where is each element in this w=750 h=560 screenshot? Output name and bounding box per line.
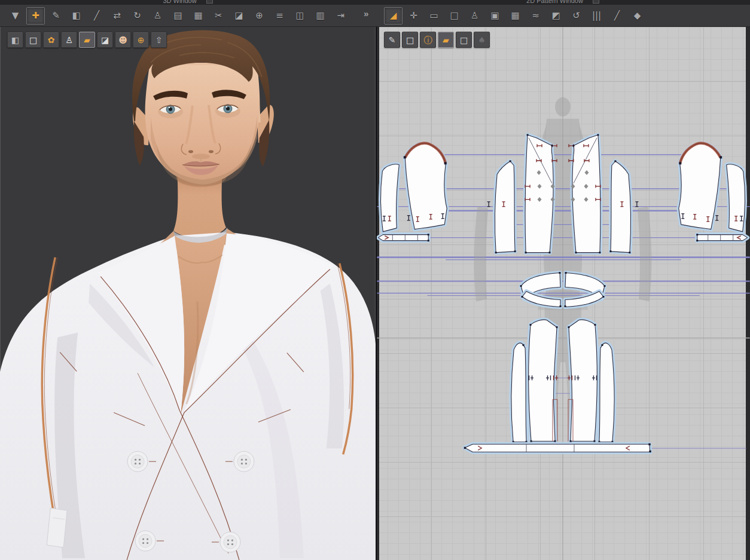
vp2d-show-stitches[interactable]: ✎ <box>384 32 400 48</box>
tool2d-edit-pattern[interactable]: ✛ <box>404 7 423 25</box>
tool2d-create-polygon[interactable]: ▭ <box>425 7 443 25</box>
right-window-title: 2D Pattern Window <box>526 0 583 4</box>
belt-strap <box>47 508 67 547</box>
tool3d-sew-machine[interactable]: ◪ <box>230 7 248 25</box>
tool3d-zipper[interactable]: ≡ <box>270 7 289 25</box>
viewport-2d[interactable]: ✎□ⓘ▰□♠ <box>377 27 750 560</box>
tool3d-rearrange[interactable]: ↻ <box>128 7 147 25</box>
tool3d-select-pen[interactable]: ✎ <box>47 7 65 25</box>
left-window-title: 3D Window <box>163 0 196 4</box>
vp3d-show-fabric[interactable]: ▰ <box>79 32 95 48</box>
viewport-3d-display-toolbar: ◧□✿♙▰◪☻⊕⇧ <box>7 32 167 48</box>
tool2d-grading-grid[interactable]: ▦ <box>506 7 525 25</box>
tool2d-sew-free[interactable]: ↺ <box>567 7 586 25</box>
tool2d-finished-garment[interactable]: ◆ <box>628 7 647 25</box>
tool3d-pleat-pin[interactable]: ⇥ <box>331 7 350 25</box>
pattern-main-sleeve[interactable] <box>404 143 447 229</box>
vp3d-show-garment-white[interactable]: □ <box>25 32 41 48</box>
tool3d-press-fold[interactable]: ◫ <box>291 7 309 25</box>
tool3d-select-move[interactable]: ✚ <box>26 7 45 25</box>
tool3d-simulate[interactable]: ▼ <box>6 7 25 25</box>
tool3d-fabric-layer[interactable]: ▥ <box>311 7 330 25</box>
detach-window-icon[interactable] <box>206 0 213 4</box>
tool3d-avatar-tape[interactable]: ♙ <box>148 7 167 25</box>
pattern-back-side[interactable] <box>511 343 528 443</box>
pattern-belt[interactable] <box>464 443 651 452</box>
tool3d-scissors[interactable]: ✂ <box>209 7 228 25</box>
tool2d-show-garment[interactable]: ◩ <box>547 7 565 25</box>
tool2d-avatar-silhouette[interactable]: ♙ <box>465 7 484 25</box>
avatar-3d-scene[interactable] <box>0 27 376 560</box>
vp3d-show-head[interactable]: ☻ <box>115 32 131 48</box>
detach-window-icon[interactable] <box>593 0 599 4</box>
vp2d-fold-arrangement[interactable]: ▰ <box>438 32 454 48</box>
tool2d-trace-pattern[interactable]: ▣ <box>486 7 504 25</box>
tool3d-texture-grid[interactable]: ▦ <box>189 7 208 25</box>
vp3d-show-cloth[interactable]: ◪ <box>97 32 113 48</box>
tool2d-create-rectangle[interactable]: □ <box>445 7 464 25</box>
viewport-2d-display-toolbar: ✎□ⓘ▰□♠ <box>384 32 490 48</box>
vp2d-show-garment-2d[interactable]: □ <box>402 32 418 48</box>
vp2d-lock-pattern[interactable]: □ <box>456 32 472 48</box>
tool2d-internal-line[interactable]: ╱ <box>608 7 626 25</box>
tool3d-button-fastener[interactable]: ⊕ <box>250 7 269 25</box>
title-2d-pattern-window: 2D Pattern Window <box>376 0 750 5</box>
tool2d-transform-pattern[interactable]: ◢ <box>384 7 403 25</box>
tool3d-flip-garment[interactable]: ⇄ <box>108 7 126 25</box>
vp3d-show-measurements[interactable]: ⇧ <box>151 32 167 48</box>
tool2d-pleats[interactable]: ||| <box>587 7 606 25</box>
tool3d-sewing[interactable]: ▤ <box>169 7 187 25</box>
toolbar-3d-overflow-icon[interactable]: » <box>364 8 367 19</box>
toolbar-2d: ◢✛▭□♙▣▦≈◩↺|||╱◆ <box>384 6 647 25</box>
garment-design-app: 3D Window 2D Pattern Window ▼✚✎◧╱⇄↻♙▤▦✂◪… <box>0 0 750 560</box>
tool3d-select-garment[interactable]: ◧ <box>67 7 86 25</box>
pattern-under-sleeve[interactable] <box>380 164 399 232</box>
title-3d-window: 3D Window <box>0 0 376 5</box>
tool2d-steam-iron[interactable]: ≈ <box>526 7 545 25</box>
pattern-front-bodice[interactable] <box>525 134 557 253</box>
pattern-2d-scene[interactable] <box>377 27 750 560</box>
vp2d-measure-2d[interactable]: ♠ <box>474 32 490 48</box>
vp3d-show-trims[interactable]: ✿ <box>43 32 59 48</box>
pattern-cuff-strap[interactable] <box>378 234 429 241</box>
pattern-pieces-left[interactable] <box>378 134 561 442</box>
vp2d-pattern-information[interactable]: ⓘ <box>420 32 436 48</box>
vp3d-show-wireframe-globe[interactable]: ⊕ <box>133 32 149 48</box>
main-toolbar-row: ▼✚✎◧╱⇄↻♙▤▦✂◪⊕≡◫▥⇥ » ◢✛▭□♙▣▦≈◩↺|||╱◆ <box>0 5 750 27</box>
viewport-3d[interactable]: ◧□✿♙▰◪☻⊕⇧ <box>0 27 376 560</box>
window-title-strip: 3D Window 2D Pattern Window <box>0 0 750 5</box>
vp3d-show-garment-3d[interactable]: ◧ <box>7 32 23 48</box>
vp3d-show-avatar[interactable]: ♙ <box>61 32 77 48</box>
toolbar-3d: ▼✚✎◧╱⇄↻♙▤▦✂◪⊕≡◫▥⇥ <box>6 6 350 25</box>
tool3d-pin[interactable]: ╱ <box>87 7 106 25</box>
